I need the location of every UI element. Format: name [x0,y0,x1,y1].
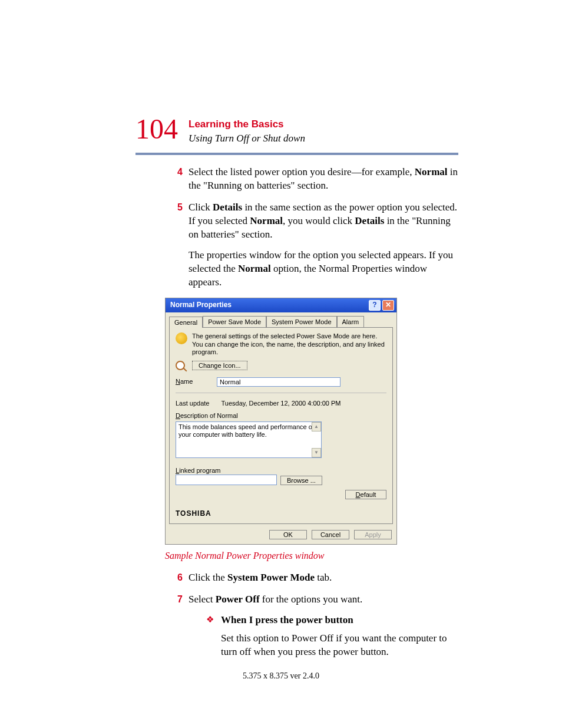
sub-bullet-body: When I press the power button Set this o… [221,614,459,659]
name-input[interactable] [217,377,340,387]
tab-panel-general: The general settings of the selected Pow… [169,327,393,523]
step-number: 4 [165,166,183,193]
help-icon: ? [372,300,376,309]
bold-text: System Power Mode [227,572,315,583]
default-row: Default [176,490,386,499]
linked-program-row: Browse ... [176,475,386,485]
text: tab. [315,572,332,583]
step-number: 6 [165,571,183,585]
step-number: 7 [165,593,183,664]
last-update-value: Tuesday, December 12, 2000 4:00:00 PM [222,399,341,408]
step-body: Select the listed power option you desir… [189,166,459,193]
change-icon-row: Change Icon... [176,361,386,373]
bold-text: Details [355,215,384,226]
step-6-text: Click the System Power Mode tab. [189,571,459,585]
default-button[interactable]: Default [345,490,386,499]
step-7-text: Select Power Off for the options you wan… [189,593,459,607]
mode-icon [176,332,187,344]
step-body: Select Power Off for the options you wan… [189,593,459,664]
text: for the options you want. [260,594,363,605]
close-icon: ✕ [385,300,391,309]
description-label: Description of Normal [176,411,386,420]
ok-button[interactable]: OK [269,530,307,539]
step-4: 4 Select the listed power option you des… [165,166,459,193]
info-text: The general settings of the selected Pow… [192,332,386,356]
text: Select [189,594,216,605]
page-number: 104 [135,115,178,143]
bullet-title: When I press the power button [221,614,353,625]
tab-general[interactable]: General [169,317,203,328]
titlebar-buttons: ? ✕ [369,300,394,311]
content: 4 Select the listed power option you des… [165,166,459,664]
header-rule [135,153,458,155]
divider [176,393,386,393]
linked-program-label: Linked program [176,466,386,475]
figure-caption: Sample Normal Power Properties window [165,549,459,562]
chapter-title: Learning the Basics [189,118,305,130]
sub-bullet: ❖ When I press the power button Set this… [206,614,459,659]
text: Click [189,202,213,213]
bullet-body: Set this option to Power Off if you want… [221,632,459,659]
description-textarea[interactable]: This mode balances speed and performance… [176,421,322,458]
bold-text: Details [213,202,242,213]
step-4-text: Select the listed power option you desir… [189,166,459,193]
name-row: Name [176,377,386,387]
step-5-p1: Click Details in the same section as the… [189,201,459,242]
magnifier-icon [176,361,187,373]
properties-dialog-figure: Normal Properties ? ✕ General Power Save… [165,298,397,545]
tab-system-power-mode[interactable]: System Power Mode [266,316,336,328]
section-title: Using Turn Off or Shut down [189,133,305,144]
name-label: Name [176,377,211,386]
apply-button[interactable]: Apply [354,530,392,539]
browse-button[interactable]: Browse ... [280,476,322,485]
page-footer: 5.375 x 8.375 ver 2.4.0 [0,671,562,681]
bold-text: Normal [415,166,448,177]
button-label: Change Icon... [199,362,241,369]
step-5: 5 Click Details in the same section as t… [165,201,459,289]
scroll-up-icon[interactable]: ▲ [312,422,321,431]
dialog-title: Normal Properties [170,300,232,309]
brand-logo: TOSHIBA [176,509,386,518]
change-icon-button[interactable]: Change Icon... [192,361,247,370]
tab-power-save-mode[interactable]: Power Save Mode [203,316,266,328]
step-7: 7 Select Power Off for the options you w… [165,593,459,664]
step-5-p2: The properties window for the option you… [189,249,459,289]
text: Click the [189,572,227,583]
page-header: 104 Learning the Basics Using Turn Off o… [135,115,527,144]
bold-text: Power Off [216,594,260,605]
dialog-titlebar: Normal Properties ? ✕ [166,298,396,312]
dialog-button-row: OK Cancel Apply [166,528,396,544]
dialog-tabs: General Power Save Mode System Power Mod… [166,312,396,328]
step-number: 5 [165,201,183,289]
tab-alarm[interactable]: Alarm [337,316,365,328]
bold-text: Normal [250,215,283,226]
linked-program-input[interactable] [176,475,277,485]
diamond-bullet-icon: ❖ [206,614,214,659]
header-titles: Learning the Basics Using Turn Off or Sh… [189,118,305,144]
scroll-down-icon[interactable]: ▼ [312,448,321,457]
last-update-row: Last update Tuesday, December 12, 2000 4… [176,399,386,408]
text: , you would click [283,215,355,226]
close-button[interactable]: ✕ [382,300,394,311]
button-label: Browse ... [287,477,316,484]
step-6: 6 Click the System Power Mode tab. [165,571,459,585]
last-update-label: Last update [176,399,210,408]
info-row: The general settings of the selected Pow… [176,332,386,356]
help-button[interactable]: ? [369,300,381,311]
cancel-button[interactable]: Cancel [312,530,349,539]
text: Select the listed power option you desir… [189,166,415,177]
step-body: Click the System Power Mode tab. [189,571,459,585]
page: 104 Learning the Basics Using Turn Off o… [0,0,562,728]
bold-text: Normal [238,263,271,274]
description-text: This mode balances speed and performance… [178,423,314,438]
step-body: Click Details in the same section as the… [189,201,459,289]
